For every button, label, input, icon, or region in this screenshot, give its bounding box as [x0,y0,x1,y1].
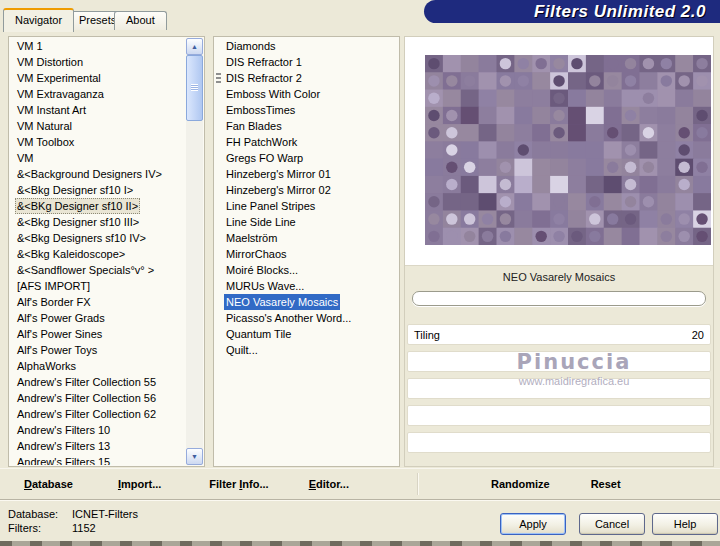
progress-bar [412,291,706,306]
reset-button[interactable]: Reset [591,478,621,490]
bottom-window-edge [0,541,720,546]
category-list-item[interactable]: VM Instant Art [10,102,186,118]
category-list-item[interactable]: [AFS IMPORT] [10,278,186,294]
filter-list-item[interactable]: DIS Refractor 2 [215,70,398,86]
category-list-item[interactable]: Alf's Power Toys [10,342,186,358]
category-list-item[interactable]: &<Background Designers IV> [10,166,186,182]
category-list-item[interactable]: Alf's Power Grads [10,310,186,326]
selected-filter-name: NEO Vasarely Mosaics [405,266,713,288]
filter-list-item[interactable]: FH PatchWork [215,134,398,150]
filter-list-item[interactable]: Moiré Blocks... [215,262,398,278]
status-filters: Filters:1152 [8,522,96,534]
param-slider-row[interactable] [407,351,711,372]
database-value: ICNET-Filters [72,508,138,520]
tab-navigator[interactable]: Navigator [3,8,74,32]
category-items: VM 1 VM Distortion VM Experimental VM Ex… [10,38,186,465]
category-list-item[interactable]: VM [10,150,186,166]
help-button[interactable]: Help [652,513,718,535]
filters-unlimited-dialog: Navigator Presets About Filters Unlimite… [0,0,720,546]
database-button[interactable]: Database [24,478,73,490]
category-list-item[interactable]: &<Sandflower Specials°v° > [10,262,186,278]
category-list-item[interactable]: Andrew's Filter Collection 56 [10,390,186,406]
filter-info-button[interactable]: Filter Info... [209,478,268,490]
toolbar-divider [417,473,419,495]
category-list-item[interactable]: VM 1 [10,38,186,54]
apply-button[interactable]: Apply [500,513,566,535]
param-slider-row[interactable] [407,405,711,426]
status-database: Database:ICNET-Filters [8,508,138,520]
filters-value: 1152 [72,522,96,534]
category-list-item[interactable]: Alf's Power Sines [10,326,186,342]
category-list-item[interactable]: Andrew's Filters 10 [10,422,186,438]
param-value: 20 [692,325,704,346]
filter-list-item[interactable]: Maelström [215,230,398,246]
category-list-item[interactable]: VM Natural [10,118,186,134]
filter-list-item[interactable]: Line Side Line [215,214,398,230]
filters-label: Filters: [8,522,72,534]
filter-list-item[interactable]: Line Panel Stripes [215,198,398,214]
database-label: Database: [8,508,72,520]
category-list-item[interactable]: &<BKg Designer sf10 II> [10,198,186,214]
category-list-item[interactable]: AlphaWorks [10,358,186,374]
param-slider-row[interactable] [407,378,711,399]
preview-image [425,55,711,245]
category-list-item[interactable]: VM Toolbox [10,134,186,150]
scroll-up-icon[interactable]: ▲ [186,38,203,55]
scrollbar-thumb[interactable] [186,55,203,121]
controls-area: NEO Vasarely Mosaics Tiling 20 [405,265,713,466]
editor-button[interactable]: Editor... [309,478,349,490]
filter-list-item[interactable]: Fan Blades [215,118,398,134]
category-list-item[interactable]: &<Bkg Kaleidoscope> [10,246,186,262]
randomize-button[interactable]: Randomize [491,478,550,490]
category-list-item[interactable]: Andrew's Filters 15 [10,454,186,465]
category-list-item[interactable]: Andrew's Filter Collection 62 [10,406,186,422]
category-list-item[interactable]: Andrew's Filter Collection 55 [10,374,186,390]
category-list-item[interactable]: VM Extravaganza [10,86,186,102]
category-listbox: VM 1 VM Distortion VM Experimental VM Ex… [8,36,205,467]
category-list-item[interactable]: Andrew's Filters 13 [10,438,186,454]
top-strip: Navigator Presets About Filters Unlimite… [0,0,720,30]
filter-list-item[interactable]: Quilt... [215,342,398,358]
filter-list-item[interactable]: Picasso's Another Word... [215,310,398,326]
tab-about[interactable]: About [114,11,167,30]
status-bar: Database:ICNET-Filters Filters:1152 Appl… [0,499,720,542]
filter-list-item[interactable]: MirrorChaos [215,246,398,262]
toolbar: Database Import... Filter Info... Editor… [0,468,720,498]
category-list-item[interactable]: VM Distortion [10,54,186,70]
filter-listbox: Diamonds DIS Refractor 1 DIS Refractor 2… [213,36,400,467]
import-button[interactable]: Import... [118,478,161,490]
filter-list-item[interactable]: Hinzeberg's Mirror 01 [215,166,398,182]
scroll-down-icon[interactable]: ▼ [186,448,203,465]
filter-list-item[interactable]: Emboss With Color [215,86,398,102]
filter-list-item[interactable]: Gregs FO Warp [215,150,398,166]
filter-items: Diamonds DIS Refractor 1 DIS Refractor 2… [215,38,398,465]
filter-list-item[interactable]: EmbossTimes [215,102,398,118]
filter-list-item[interactable]: DIS Refractor 1 [215,54,398,70]
app-title: Filters Unlimited 2.0 [534,2,706,22]
param-slider-row[interactable]: Tiling 20 [407,324,711,345]
category-list-item[interactable]: VM Experimental [10,70,186,86]
category-list-item[interactable]: Alf's Border FX [10,294,186,310]
parameter-rows: Tiling 20 [407,324,711,459]
filter-list-item[interactable]: Hinzeberg's Mirror 02 [215,182,398,198]
filter-list-item[interactable]: MURUs Wave... [215,278,398,294]
category-list-item[interactable]: &<Bkg Designer sf10 III> [10,214,186,230]
param-label: Tiling [414,325,440,346]
category-scrollbar[interactable]: ▲ ▼ [186,38,203,465]
filter-list-item[interactable]: NEO Vasarely Mosaics [215,294,398,310]
preview-panel: NEO Vasarely Mosaics Tiling 20 [404,36,714,467]
category-list-item[interactable]: &<Bkg Designer sf10 I> [10,182,186,198]
category-list-item[interactable]: &<Bkg Designers sf10 IV> [10,230,186,246]
param-slider-row[interactable] [407,432,711,453]
filter-list-item[interactable]: Quantum Tile [215,326,398,342]
grip-icon [216,73,221,83]
filter-list-item[interactable]: Diamonds [215,38,398,54]
cancel-button[interactable]: Cancel [579,513,645,535]
title-banner: Filters Unlimited 2.0 [424,0,720,23]
